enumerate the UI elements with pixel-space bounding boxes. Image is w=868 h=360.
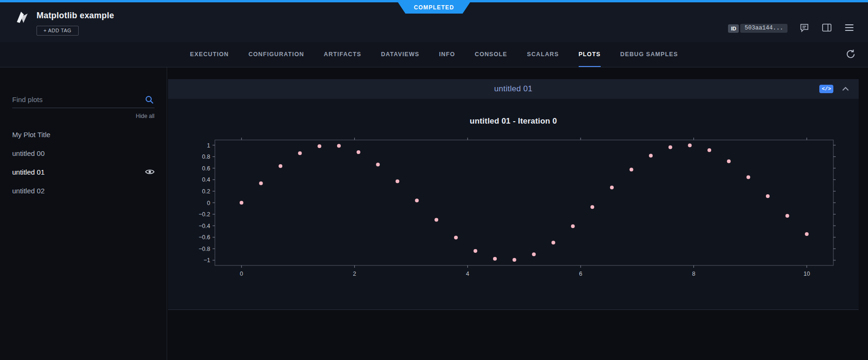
tab-plots[interactable]: PLOTS	[579, 42, 601, 67]
svg-text:0.4: 0.4	[202, 176, 210, 183]
plot-item-label: untitled 01	[12, 168, 44, 176]
comment-icon	[800, 23, 809, 34]
auto-refresh-icon	[846, 53, 856, 60]
id-label: ID	[728, 24, 739, 33]
plot-card: untitled 01 </> untitled 01 -	[168, 79, 859, 310]
plot-item-label: My Plot Title	[12, 131, 51, 139]
plot-list-item-untitled-00[interactable]: untitled 00	[12, 144, 154, 162]
content-area: Hide all My Plot Title untitled 00 untit…	[0, 67, 868, 360]
add-tag-button[interactable]: + ADD TAG	[37, 26, 79, 36]
collapse-panel-button[interactable]	[842, 86, 849, 93]
plot-list: My Plot Title untitled 00 untitled 01	[12, 125, 154, 200]
plot-item-label: untitled 00	[12, 149, 44, 157]
svg-text:10: 10	[803, 271, 810, 277]
plot-card-header: untitled 01 </>	[168, 79, 859, 99]
hide-all-button[interactable]: Hide all	[12, 113, 154, 119]
svg-text:−0.2: −0.2	[199, 211, 210, 218]
header-actions: ID 503aa144...	[728, 15, 855, 42]
svg-text:−0.8: −0.8	[199, 246, 210, 252]
plot-card-actions: </>	[819, 85, 849, 93]
search-icon[interactable]	[145, 96, 154, 106]
tab-info[interactable]: INFO	[439, 42, 455, 67]
tab-execution[interactable]: EXECUTION	[190, 42, 229, 67]
plots-panel-area: untitled 01 </> untitled 01 -	[167, 67, 868, 360]
svg-text:1: 1	[207, 142, 210, 149]
details-panel-button[interactable]	[821, 22, 832, 34]
experiment-id-badge[interactable]: ID 503aa144...	[728, 24, 787, 33]
auto-refresh-button[interactable]	[846, 49, 856, 60]
header-left: Matplotlib example + ADD TAG	[14, 8, 114, 42]
scatter-chart[interactable]: 024681010.80.60.40.20−0.2−0.4−0.6−0.8−1	[186, 137, 841, 285]
plots-sidebar: Hide all My Plot Title untitled 00 untit…	[0, 67, 167, 360]
find-plots-search	[12, 92, 154, 108]
comments-button[interactable]	[799, 22, 810, 35]
chevron-up-icon	[842, 86, 849, 93]
id-value: 503aa144...	[740, 24, 787, 33]
status-badge: COMPLETED	[398, 2, 470, 14]
plot-list-item-untitled-01[interactable]: untitled 01	[12, 162, 154, 181]
menu-button[interactable]	[844, 23, 855, 34]
tab-artifacts[interactable]: ARTIFACTS	[324, 42, 361, 67]
svg-text:2: 2	[353, 271, 356, 277]
tab-configuration[interactable]: CONFIGURATION	[249, 42, 304, 67]
svg-text:4: 4	[466, 271, 469, 277]
svg-text:0.2: 0.2	[202, 188, 210, 195]
svg-text:−0.6: −0.6	[199, 234, 210, 241]
svg-text:−0.4: −0.4	[199, 223, 210, 229]
tab-debug-samples[interactable]: DEBUG SAMPLES	[620, 42, 678, 67]
plot-list-item-untitled-02[interactable]: untitled 02	[12, 181, 154, 200]
svg-text:6: 6	[579, 271, 582, 277]
eye-icon[interactable]	[145, 169, 154, 175]
svg-text:0: 0	[240, 271, 243, 277]
svg-text:−1: −1	[203, 257, 210, 264]
tab-console[interactable]: CONSOLE	[475, 42, 508, 67]
plot-card-title: untitled 01	[494, 84, 533, 94]
svg-text:0.6: 0.6	[202, 165, 210, 172]
tab-scalars[interactable]: SCALARS	[527, 42, 559, 67]
find-plots-input[interactable]	[12, 92, 154, 108]
svg-text:8: 8	[692, 271, 695, 277]
plot-item-label: untitled 02	[12, 187, 44, 195]
svg-text:0: 0	[207, 200, 210, 206]
chart-title: untitled 01 - Iteration 0	[470, 117, 557, 126]
hamburger-menu-icon	[845, 24, 854, 33]
layout-icon	[822, 23, 831, 33]
tab-bar: EXECUTION CONFIGURATION ARTIFACTS DATAVI…	[0, 42, 868, 67]
plot-body: untitled 01 - Iteration 0 024681010.80.6…	[168, 99, 859, 309]
plot-list-item-my-plot-title[interactable]: My Plot Title	[12, 125, 154, 144]
app-logo-icon	[14, 10, 30, 42]
tab-dataviews[interactable]: DATAVIEWS	[381, 42, 419, 67]
app-window: COMPLETED Matplotlib example + ADD TAG I…	[0, 0, 868, 360]
title-block: Matplotlib example + ADD TAG	[37, 8, 114, 42]
embed-code-icon[interactable]: </>	[819, 85, 833, 93]
svg-text:0.8: 0.8	[202, 154, 210, 160]
experiment-title: Matplotlib example	[37, 11, 114, 21]
